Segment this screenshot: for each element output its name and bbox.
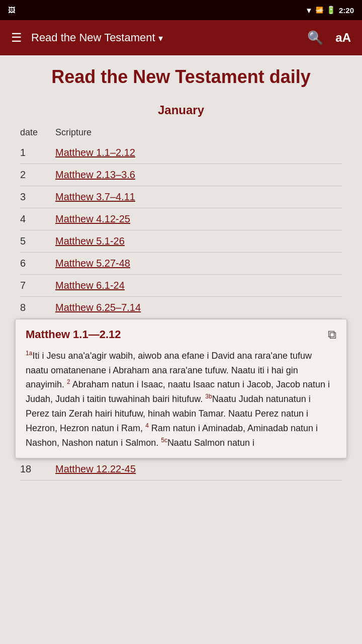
verse-1-sup: 1 (26, 350, 29, 357)
main-content: Read the New Testament daily January dat… (0, 55, 362, 491)
scripture-rows: 1 Matthew 1.1–2.12 2 Matthew 2.13–3.6 3 … (20, 142, 342, 319)
row-link-4[interactable]: Matthew 4.12-25 (55, 213, 130, 225)
scripture-row-3: 3 Matthew 3.7–4.11 (20, 186, 342, 208)
row-link-6[interactable]: Matthew 5.27-48 (55, 258, 130, 269)
month-title: January (20, 103, 342, 117)
verse-3-sup: 3 (205, 393, 209, 400)
preview-text: 1aIti i Jesu ana'a'agir wabih, aiwob ana… (26, 349, 336, 450)
verse-4-sup: 4 (145, 422, 149, 429)
preview-text-5: Naatu Salmon natun i (167, 438, 254, 448)
row-num-18: 18 (20, 463, 55, 475)
font-size-icon[interactable]: aA (332, 28, 354, 48)
page-title: Read the New Testament daily (20, 65, 342, 89)
row-num-1: 1 (20, 147, 55, 158)
verse-5-sup: 5 (161, 437, 164, 444)
row-num-5: 5 (20, 235, 55, 247)
row-link-18[interactable]: Matthew 12.22-45 (55, 463, 136, 475)
row-link-2[interactable]: Matthew 2.13–3.6 (55, 169, 135, 181)
scripture-row-8: 8 Matthew 6.25–7.14 (20, 297, 342, 319)
row-link-7[interactable]: Matthew 6.1-24 (55, 280, 125, 291)
row-num-4: 4 (20, 213, 55, 225)
scripture-row-5: 5 Matthew 5.1-26 (20, 230, 342, 253)
toolbar-title: Read the New Testament ▾ (31, 31, 298, 44)
table-header: date Scripture (20, 125, 342, 142)
preview-card: Matthew 1.1—2.12 ⧉ 1aIti i Jesu ana'a'ag… (15, 319, 347, 459)
wifi-icon: ▼ (305, 6, 313, 15)
row-link-8[interactable]: Matthew 6.25–7.14 (55, 302, 141, 313)
status-left: 🖼 (8, 6, 15, 14)
row-num-6: 6 (20, 258, 55, 269)
toolbar-title-text: Read the New Testament (31, 31, 155, 44)
status-time: 2:20 (339, 6, 354, 15)
scripture-row-4: 4 Matthew 4.12-25 (20, 208, 342, 230)
row-num-3: 3 (20, 191, 55, 203)
col-scripture-header: Scripture (55, 127, 92, 138)
battery-icon: 🔋 (326, 6, 336, 15)
open-external-icon[interactable]: ⧉ (328, 328, 336, 342)
signal-blocked-icon: 📶 (316, 7, 323, 14)
scripture-row-1: 1 Matthew 1.1–2.12 (20, 142, 342, 164)
ref-b-sup: b (209, 393, 212, 400)
dropdown-arrow-icon[interactable]: ▾ (158, 33, 163, 43)
preview-header: Matthew 1.1—2.12 ⧉ (26, 328, 336, 342)
scripture-row-2: 2 Matthew 2.13–3.6 (20, 164, 342, 186)
scripture-row-7: 7 Matthew 6.1-24 (20, 275, 342, 297)
row-num-2: 2 (20, 169, 55, 181)
verse-2-sup: 2 (67, 378, 70, 385)
row-link-1[interactable]: Matthew 1.1–2.12 (55, 147, 135, 158)
row-num-8: 8 (20, 302, 55, 313)
scripture-row-6: 6 Matthew 5.27-48 (20, 253, 342, 275)
preview-card-title: Matthew 1.1—2.12 (26, 328, 121, 341)
search-icon[interactable]: 🔍 (304, 27, 326, 49)
status-right: ▼ 📶 🔋 2:20 (305, 6, 354, 15)
photo-icon: 🖼 (8, 6, 15, 14)
row-link-3[interactable]: Matthew 3.7–4.11 (55, 191, 135, 203)
row-link-5[interactable]: Matthew 5.1-26 (55, 235, 125, 247)
col-date-header: date (20, 127, 55, 138)
scripture-row-18: 18 Matthew 12.22-45 (20, 458, 342, 480)
status-bar: 🖼 ▼ 📶 🔋 2:20 (0, 0, 362, 20)
hamburger-menu-icon[interactable]: ☰ (8, 28, 25, 48)
row-num-7: 7 (20, 280, 55, 291)
toolbar: ☰ Read the New Testament ▾ 🔍 aA (0, 20, 362, 55)
